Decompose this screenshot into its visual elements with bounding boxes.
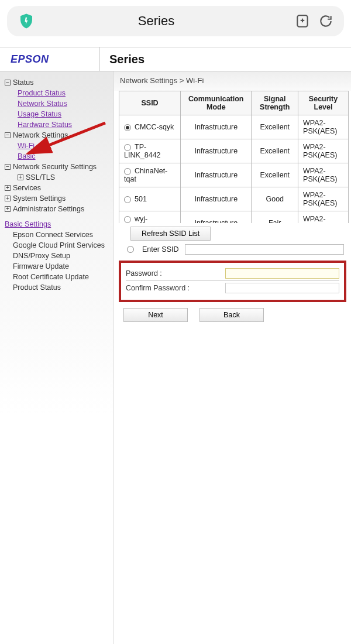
sidebar-group-network-security[interactable]: −Network Security Settings — [5, 162, 110, 172]
ssid-radio[interactable] — [124, 144, 131, 151]
table-header: Signal Strength — [252, 91, 298, 115]
back-button[interactable]: Back — [199, 308, 264, 322]
sidebar-group-services[interactable]: +Services — [5, 183, 110, 193]
signal-cell: Excellent — [252, 115, 298, 139]
enter-ssid-label: Enter SSID — [142, 245, 179, 254]
sidebar-item-epson-connect-services[interactable]: Epson Connect Services — [13, 229, 110, 240]
sidebar-group-label: Services — [13, 184, 41, 192]
enter-ssid-radio[interactable] — [127, 246, 134, 253]
sidebar-item-hardware-status[interactable]: Hardware Status — [18, 119, 110, 130]
signal-cell: Excellent — [252, 163, 298, 187]
ssid-table: SSIDCommunication ModeSignal StrengthSec… — [119, 91, 349, 223]
bookmark-add-icon[interactable] — [295, 13, 310, 29]
sidebar-item-usage-status[interactable]: Usage Status — [18, 109, 110, 119]
sidebar-item-ssl-tls[interactable]: +SSL/TLS — [18, 172, 110, 183]
sidebar-item-dns-proxy-setup[interactable]: DNS/Proxy Setup — [13, 251, 110, 261]
ssid-cell[interactable]: ChinaNet-tqat — [119, 163, 181, 187]
sidebar-item-label: SSL/TLS — [26, 173, 55, 181]
sidebar-basic-settings-heading[interactable]: Basic Settings — [5, 219, 110, 229]
table-row[interactable]: 501InfrastructureGoodWPA2-PSK(AES) — [119, 187, 349, 211]
sidebar: −StatusProduct StatusNetwork StatusUsage… — [0, 71, 114, 644]
ssid-radio[interactable] — [124, 124, 131, 131]
expand-icon[interactable]: + — [18, 174, 23, 180]
sidebar-item-google-cloud-print-services[interactable]: Google Cloud Print Services — [13, 240, 110, 251]
sidebar-group-network-settings[interactable]: −Network Settings — [5, 130, 110, 141]
mode-cell: Infrastructure — [181, 187, 252, 211]
sidebar-group-label: Network Security Settings — [13, 163, 97, 171]
ssid-cell[interactable]: 501 — [119, 187, 181, 211]
ssid-radio[interactable] — [124, 168, 131, 175]
sidebar-item-basic[interactable]: Basic — [18, 151, 110, 162]
reload-icon[interactable] — [318, 13, 333, 29]
table-row[interactable]: CMCC-sqykInfrastructureExcellentWPA2-PSK… — [119, 115, 349, 139]
password-highlight-box: Password : Confirm Password : — [119, 261, 346, 302]
signal-cell: Good — [252, 187, 298, 211]
epson-logo: EPSON — [0, 53, 99, 66]
security-cell: WPA2-PSK(AES) — [298, 115, 349, 139]
ssid-name: CMCC-sqyk — [135, 123, 174, 131]
sidebar-group-label: System Settings — [13, 194, 66, 203]
signal-cell: Fair — [252, 211, 298, 224]
confirm-password-label: Confirm Password : — [126, 284, 225, 292]
page-header: EPSON Series — [0, 47, 351, 71]
security-cell: WPA2-PSK(AES) — [298, 139, 349, 163]
ssid-cell[interactable]: CMCC-sqyk — [119, 115, 181, 139]
browser-topbar: Series — [7, 6, 344, 36]
expand-icon[interactable]: + — [5, 185, 11, 191]
sidebar-item-product-status[interactable]: Product Status — [18, 88, 110, 98]
sidebar-item-firmware-update[interactable]: Firmware Update — [13, 261, 110, 272]
page-title: Series — [100, 53, 144, 66]
sidebar-item-root-certificate-update[interactable]: Root Certificate Update — [13, 272, 110, 282]
mode-cell: Infrastructure — [181, 163, 252, 187]
security-cell: WPA2-PSK(AES) — [298, 187, 349, 211]
password-input[interactable] — [225, 268, 339, 279]
topbar-title: Series — [26, 13, 287, 29]
sidebar-group-admin-settings[interactable]: +Administrator Settings — [5, 204, 110, 214]
table-row[interactable]: ChinaNet-tqatInfrastructureExcellentWPA2… — [119, 163, 349, 187]
signal-cell: Excellent — [252, 139, 298, 163]
mode-cell: Infrastructure — [181, 139, 252, 163]
table-row[interactable]: wyj-Xiaomi_4CD6InfrastructureFairWPA2-PS… — [119, 211, 349, 224]
security-cell: WPA2-PSK(AES) — [298, 163, 349, 187]
security-cell: WPA2-PSK(AES) — [298, 211, 349, 224]
ssid-cell[interactable]: wyj-Xiaomi_4CD6 — [119, 211, 181, 224]
confirm-password-input[interactable] — [225, 283, 339, 293]
sidebar-item-network-status[interactable]: Network Status — [18, 98, 110, 109]
refresh-ssid-button[interactable]: Refresh SSID List — [130, 227, 211, 241]
ssid-cell[interactable]: TP-LINK_8442 — [119, 139, 181, 163]
content-pane: Network Settings > Wi-Fi SSIDCommunicati… — [114, 71, 351, 644]
expand-icon[interactable]: + — [5, 206, 11, 212]
sidebar-group-label: Status — [13, 78, 33, 87]
ssid-radio[interactable] — [124, 196, 131, 203]
sidebar-item-product-status[interactable]: Product Status — [13, 282, 110, 293]
enter-ssid-input[interactable] — [185, 244, 344, 255]
collapse-icon[interactable]: − — [5, 80, 11, 85]
password-label: Password : — [126, 269, 225, 278]
breadcrumb: Network Settings > Wi-Fi — [114, 71, 351, 91]
sidebar-group-label: Administrator Settings — [13, 205, 84, 213]
sidebar-group-system-settings[interactable]: +System Settings — [5, 193, 110, 204]
table-header: Security Level — [298, 91, 349, 115]
table-header: SSID — [119, 91, 181, 115]
ssid-radio[interactable] — [124, 216, 131, 223]
next-button[interactable]: Next — [123, 308, 188, 322]
sidebar-group-label: Network Settings — [13, 131, 68, 139]
table-header: Communication Mode — [181, 91, 252, 115]
sidebar-group-status[interactable]: −Status — [5, 77, 110, 88]
ssid-name: 501 — [135, 195, 147, 203]
expand-icon[interactable]: + — [5, 196, 11, 201]
mode-cell: Infrastructure — [181, 115, 252, 139]
table-row[interactable]: TP-LINK_8442InfrastructureExcellentWPA2-… — [119, 139, 349, 163]
mode-cell: Infrastructure — [181, 211, 252, 224]
collapse-icon[interactable]: − — [5, 164, 11, 170]
sidebar-item-wi-fi[interactable]: Wi-Fi — [18, 141, 110, 151]
collapse-icon[interactable]: − — [5, 132, 11, 138]
